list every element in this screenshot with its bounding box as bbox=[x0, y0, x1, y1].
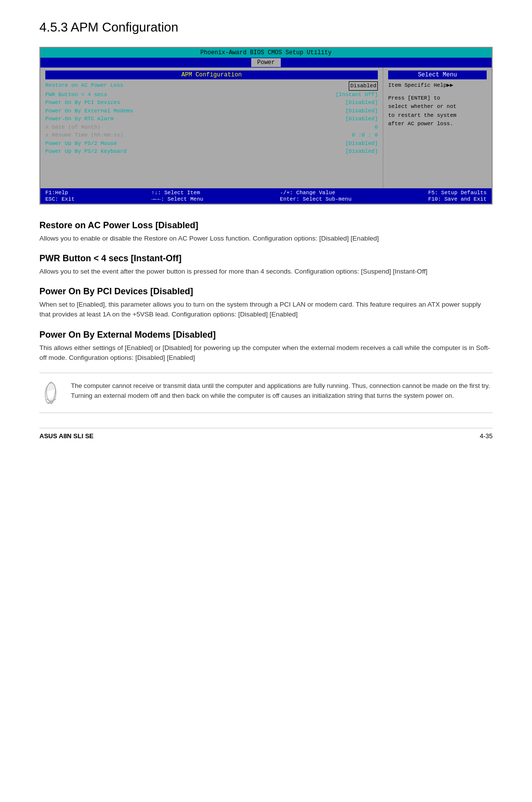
note-icon bbox=[39, 381, 63, 405]
bios-footer-select-item: ↑↓: Select Item bbox=[151, 190, 203, 196]
bios-row-ps2-mouse: Power Up By PS/2 Mouse [Disabled] bbox=[45, 139, 378, 148]
bios-row-pci-devices: Power On By PCI Devices [Disabled] bbox=[45, 99, 378, 107]
section-text-0: Allows you to enable or disable the Rest… bbox=[39, 234, 493, 244]
pencil-icon bbox=[41, 381, 61, 405]
bios-body: APM Configuration Restore on AC Power Lo… bbox=[40, 68, 492, 188]
bios-right-header: Select Menu bbox=[388, 70, 487, 79]
bios-footer-select-menu: →←←: Select Menu bbox=[151, 196, 203, 202]
note-box: The computer cannot receive or transmit … bbox=[39, 373, 493, 413]
bios-value-pci-devices: [Disabled] bbox=[345, 99, 378, 107]
footer-right-label: 4-35 bbox=[480, 432, 493, 440]
bios-label-date: x Date (of Month) bbox=[45, 123, 374, 132]
bios-row-rtc-alarm: Power-On by RTC Alarm [Disabled] bbox=[45, 115, 378, 123]
section-title: 4.5.3 APM Configuration bbox=[39, 20, 493, 35]
bios-label-ps2-keyboard: Power Up By PS/2 Keyboard bbox=[45, 147, 345, 156]
bios-label-resume-time: x Resume Time (hh:mm:ss) bbox=[45, 131, 352, 139]
bios-value-ps2-mouse: [Disabled] bbox=[345, 139, 378, 148]
bios-footer-f5: F5: Setup Defaults bbox=[428, 190, 487, 196]
content-section-1: PWR Button < 4 secs [Instant-Off]Allows … bbox=[39, 253, 493, 277]
page-footer: ASUS A8N SLI SE 4-35 bbox=[39, 428, 493, 440]
footer-left-label: ASUS A8N SLI SE bbox=[39, 432, 94, 440]
bios-row-ps2-keyboard: Power Up By PS/2 Keyboard [Disabled] bbox=[45, 147, 378, 156]
section-text-1: Allows you to set the event after the po… bbox=[39, 267, 493, 277]
bios-label-restore: Restore on AC Power Loss bbox=[45, 81, 349, 91]
content-section-2: Power On By PCI Devices [Disabled]When s… bbox=[39, 286, 493, 320]
bios-value-pwr-button: [Instant Off] bbox=[335, 91, 378, 99]
bios-footer-col4: F5: Setup Defaults F10: Save and Exit bbox=[428, 190, 487, 202]
bios-row-restore: Restore on AC Power Loss Disabled bbox=[45, 81, 378, 91]
section-text-2: When set to [Enabled], this parameter al… bbox=[39, 300, 493, 320]
bios-footer-change-value: -/+: Change Value bbox=[280, 190, 351, 196]
bios-value-restore: Disabled bbox=[349, 81, 378, 91]
bios-value-ext-modems: [Disabled] bbox=[345, 107, 378, 115]
bios-screen: Phoenix-Award BIOS CMOS Setup Utility Po… bbox=[39, 47, 493, 205]
section-heading-3: Power On By External Modems [Disabled] bbox=[39, 330, 493, 340]
bios-row-date: x Date (of Month) 0 bbox=[45, 123, 378, 132]
bios-value-date: 0 bbox=[374, 123, 378, 132]
bios-help-line-4: to restart the system bbox=[388, 111, 487, 120]
bios-help-line-5: after AC power loss. bbox=[388, 120, 487, 129]
bios-label-pci-devices: Power On By PCI Devices bbox=[45, 99, 345, 107]
bios-footer-f10: F10: Save and Exit bbox=[428, 196, 487, 202]
bios-label-ps2-mouse: Power Up By PS/2 Mouse bbox=[45, 139, 345, 148]
bios-left-panel: APM Configuration Restore on AC Power Lo… bbox=[40, 68, 383, 188]
section-heading-2: Power On By PCI Devices [Disabled] bbox=[39, 286, 493, 297]
bios-right-panel: Select Menu Item Specific Help▶▶ Press [… bbox=[383, 68, 492, 188]
section-heading-0: Restore on AC Power Loss [Disabled] bbox=[39, 220, 493, 231]
bios-value-rtc-alarm: [Disabled] bbox=[345, 115, 378, 123]
bios-label-ext-modems: Power On By External Modems bbox=[45, 107, 345, 115]
content-sections: Restore on AC Power Loss [Disabled]Allow… bbox=[39, 220, 493, 363]
bios-label-rtc-alarm: Power-On by RTC Alarm bbox=[45, 115, 345, 123]
bios-footer-esc: ESC: Exit bbox=[45, 196, 74, 202]
section-text-3: This allows either settings of [Enabled]… bbox=[39, 343, 493, 363]
note-text: The computer cannot receive or transmit … bbox=[71, 381, 493, 401]
bios-footer-col2: ↑↓: Select Item →←←: Select Menu bbox=[151, 190, 203, 202]
bios-footer-f1: F1:Help bbox=[45, 190, 74, 196]
bios-value-resume-time: 0 :0 : 0 bbox=[352, 131, 378, 139]
section-heading-1: PWR Button < 4 secs [Instant-Off] bbox=[39, 253, 493, 264]
bios-active-menu: Power bbox=[251, 58, 281, 67]
bios-title-bar: Phoenix-Award BIOS CMOS Setup Utility bbox=[40, 48, 492, 58]
bios-label-pwr-button: PWR Button < 4 secs bbox=[45, 91, 335, 99]
bios-menu-bar: Power bbox=[40, 58, 492, 68]
bios-help-line-3: select whether or not bbox=[388, 103, 487, 111]
bios-row-pwr-button: PWR Button < 4 secs [Instant Off] bbox=[45, 91, 378, 99]
bios-value-ps2-keyboard: [Disabled] bbox=[345, 147, 378, 156]
bios-row-resume-time: x Resume Time (hh:mm:ss) 0 :0 : 0 bbox=[45, 131, 378, 139]
bios-row-ext-modems: Power On By External Modems [Disabled] bbox=[45, 107, 378, 115]
bios-footer-col3: -/+: Change Value Enter: Select Sub-menu bbox=[280, 190, 351, 202]
bios-help-line-2: Press [ENTER] to bbox=[388, 94, 487, 103]
bios-footer-sub-menu: Enter: Select Sub-menu bbox=[280, 196, 351, 202]
bios-footer-col1: F1:Help ESC: Exit bbox=[45, 190, 74, 202]
bios-footer: F1:Help ESC: Exit ↑↓: Select Item →←←: S… bbox=[40, 188, 492, 204]
content-section-0: Restore on AC Power Loss [Disabled]Allow… bbox=[39, 220, 493, 244]
bios-left-header: APM Configuration bbox=[45, 70, 378, 79]
content-section-3: Power On By External Modems [Disabled]Th… bbox=[39, 330, 493, 363]
bios-help-line-1: Item Specific Help▶▶ bbox=[388, 81, 487, 90]
